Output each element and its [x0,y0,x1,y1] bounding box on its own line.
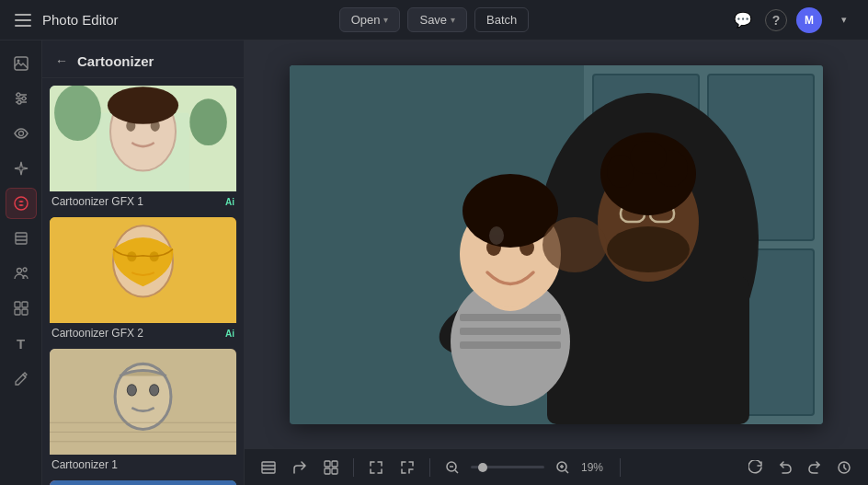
svg-point-70 [489,226,504,245]
grid-toolbar-icon[interactable] [318,455,344,480]
svg-point-5 [17,93,20,97]
header-right: 💬 ? M ▾ [529,7,857,33]
rotate-icon[interactable] [743,455,769,480]
svg-line-84 [565,470,568,473]
zoom-slider[interactable] [471,466,544,468]
effect-label-row-2: Cartoonizer GFX 2 Ai [50,323,236,341]
svg-rect-15 [15,302,20,307]
svg-point-69 [542,217,607,272]
effect-thumb-2 [50,217,236,323]
sidebar-item-people[interactable] [6,258,37,289]
main-layout: T ← Cartoonizer [0,40,868,485]
effects-panel: ← Cartoonizer [42,40,245,485]
fit-icon[interactable] [394,455,420,480]
effect-thumb-3 [50,349,236,455]
layers-toolbar-icon[interactable] [256,455,281,480]
svg-line-80 [455,470,458,473]
canvas-area: 19% [245,40,868,485]
effect-thumb-1 [50,86,236,191]
svg-point-54 [607,226,690,272]
svg-point-7 [17,100,21,104]
expand-icon[interactable] [363,455,389,480]
svg-rect-17 [15,309,20,315]
svg-point-58 [630,141,667,174]
svg-rect-18 [22,309,28,315]
zoom-area [471,466,544,468]
svg-rect-77 [332,468,337,474]
svg-rect-63 [460,341,561,349]
svg-rect-49 [547,277,749,424]
zoom-thumb [478,463,487,472]
effect-name-1: Cartoonizer GFX 1 [51,195,143,208]
panel-title: Cartoonizer [77,53,154,69]
svg-rect-16 [22,302,28,307]
canvas-main [245,40,868,448]
header-left: Photo Editor [11,10,339,30]
toolbar-sep-3 [620,458,621,477]
svg-point-25 [54,86,101,141]
svg-rect-38 [50,480,236,485]
batch-button[interactable]: Batch [474,7,529,32]
effect-card-cartoonizer-gfx-1[interactable]: Cartoonizer GFX 1 Ai [50,86,236,210]
svg-rect-73 [262,462,275,466]
svg-rect-76 [325,468,330,474]
sidebar-icons: T [0,40,42,485]
avatar[interactable]: M [796,7,822,33]
svg-point-26 [189,98,227,145]
photo-container [290,65,823,424]
svg-rect-61 [460,314,561,321]
ai-badge-1: Ai [225,197,234,207]
panel-header: ← Cartoonizer [42,40,244,78]
share-toolbar-icon[interactable] [287,455,313,480]
save-chevron: ▾ [451,15,455,25]
canvas-toolbar: 19% [245,448,868,485]
save-button[interactable]: Save ▾ [407,7,467,32]
open-chevron: ▾ [383,15,388,25]
sidebar-item-text[interactable]: T [6,328,37,359]
svg-point-24 [108,87,178,124]
header-center: Open ▾ Save ▾ Batch [339,7,530,32]
sidebar-item-effects[interactable] [6,188,37,219]
effect-card-cartoonizer-1[interactable]: Cartoonizer 1 Ai [50,349,236,473]
sidebar-item-magic[interactable] [6,153,37,184]
effects-list: Cartoonizer GFX 1 Ai [42,78,244,485]
effect-card-cartoonizer-gfx-2[interactable]: Cartoonizer GFX 2 Ai [50,217,236,341]
zoom-out-icon[interactable] [440,455,465,480]
zoom-in-icon[interactable] [550,455,576,480]
sidebar-item-layers[interactable] [6,223,37,254]
svg-point-34 [150,385,159,396]
svg-point-13 [17,269,21,273]
chat-icon[interactable]: 💬 [730,7,756,33]
sidebar-item-grid[interactable] [6,293,37,324]
sidebar-item-image[interactable] [6,48,37,79]
svg-rect-23 [97,113,190,191]
undo-icon[interactable] [772,455,798,480]
open-button[interactable]: Open ▾ [339,7,401,32]
photo-placeholder [290,65,823,424]
toolbar-sep-2 [429,458,430,477]
sidebar-item-view[interactable] [6,118,37,149]
help-icon[interactable]: ? [765,9,787,31]
header: Photo Editor Open ▾ Save ▾ Batch 💬 ? M ▾ [0,0,868,40]
history-icon[interactable] [831,455,857,480]
svg-rect-62 [460,328,561,335]
back-button[interactable]: ← [53,52,70,70]
svg-point-1 [17,60,19,63]
effect-label-row-3: Cartoonizer 1 Ai [50,455,236,473]
toolbar-right [743,455,857,480]
effect-card-cartoonizer-2[interactable]: Cartoonizer 2 Ai [50,480,236,485]
effect-label-row-1: Cartoonizer GFX 1 Ai [50,191,236,210]
redo-icon[interactable] [802,455,828,480]
sidebar-item-edit[interactable] [6,363,37,394]
user-menu-chevron[interactable]: ▾ [831,7,857,33]
sidebar-item-adjustments[interactable] [6,83,37,114]
svg-rect-75 [332,461,337,467]
ai-badge-2: Ai [225,329,234,339]
menu-button[interactable] [11,10,35,30]
svg-point-9 [15,197,28,210]
effect-thumb-4 [50,480,236,485]
zoom-value: 19% [581,461,611,474]
svg-point-6 [22,97,26,100]
effect-name-3: Cartoonizer 1 [51,458,118,471]
svg-point-68 [463,174,558,248]
